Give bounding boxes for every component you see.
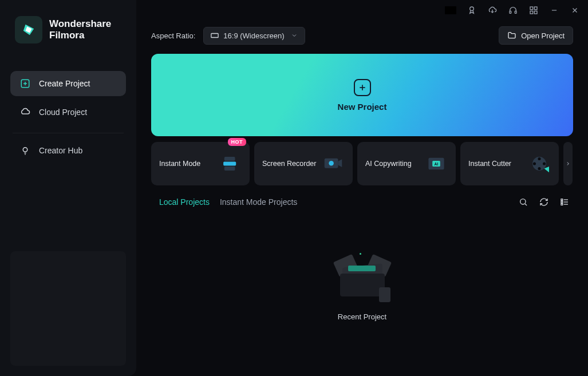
mode-cards-row: HOT Instant Mode Screen Recorder AI Copy… xyxy=(151,142,573,185)
sidebar-item-cloud-project[interactable]: Cloud Project xyxy=(10,100,126,125)
svg-rect-24 xyxy=(224,167,235,171)
brand-mark-icon xyxy=(15,16,42,43)
card-screen-recorder[interactable]: Screen Recorder xyxy=(254,142,353,185)
svg-point-5 xyxy=(23,148,27,152)
camera-icon xyxy=(322,152,345,175)
aspect-ratio-value: 16:9 (Widescreen) xyxy=(223,31,284,40)
lightbulb-icon xyxy=(19,145,31,156)
cloud-icon xyxy=(19,106,31,118)
svg-text:AI: AI xyxy=(435,162,439,166)
svg-rect-41 xyxy=(561,201,563,203)
sidebar-item-label: Creator Hub xyxy=(39,146,82,155)
new-project-button[interactable]: New Project xyxy=(151,54,573,136)
minimize-icon[interactable] xyxy=(549,5,559,15)
brand-name: Wondershare Filmora xyxy=(49,18,111,41)
apps-grid-icon[interactable] xyxy=(528,5,539,15)
sidebar-item-label: Cloud Project xyxy=(39,108,87,117)
search-icon[interactable] xyxy=(518,197,528,207)
folder-icon xyxy=(507,31,516,40)
sidebar-preview-panel xyxy=(10,251,126,366)
svg-point-8 xyxy=(470,7,474,11)
svg-rect-15 xyxy=(534,11,537,14)
tab-instant-mode-projects[interactable]: Instant Mode Projects xyxy=(220,197,297,207)
card-label: Instant Cutter xyxy=(468,160,511,168)
svg-point-37 xyxy=(520,199,526,204)
svg-line-38 xyxy=(525,204,527,205)
svg-rect-39 xyxy=(561,199,563,201)
refresh-icon[interactable] xyxy=(539,197,549,207)
app-root: Wondershare Filmora Create Project Cloud… xyxy=(0,0,588,376)
card-instant-mode[interactable]: HOT Instant Mode xyxy=(151,142,250,185)
svg-point-32 xyxy=(538,157,540,160)
svg-rect-19 xyxy=(211,34,218,38)
brand-line1: Wondershare xyxy=(49,18,111,30)
card-label: Screen Recorder xyxy=(262,160,317,168)
main-area: Aspect Ratio: 16:9 (Widescreen) Open Pr xyxy=(136,0,588,376)
award-icon[interactable] xyxy=(467,5,477,15)
sidebar-divider xyxy=(13,133,124,133)
plus-square-icon xyxy=(19,78,31,89)
empty-box-icon xyxy=(337,256,388,302)
chevron-down-icon xyxy=(291,32,298,39)
aspect-ratio-select[interactable]: 16:9 (Widescreen) xyxy=(203,27,305,45)
list-view-icon[interactable] xyxy=(559,197,570,207)
stack-icon xyxy=(219,152,242,175)
svg-rect-23 xyxy=(223,162,236,166)
sidebar-item-create-project[interactable]: Create Project xyxy=(10,71,126,96)
headphones-icon[interactable] xyxy=(508,5,518,15)
titlebar-spacer xyxy=(445,6,456,14)
chevron-right-icon xyxy=(565,161,571,167)
titlebar xyxy=(136,0,588,21)
card-label: Instant Mode xyxy=(159,160,200,168)
svg-point-34 xyxy=(538,167,540,170)
recent-projects-area: Recent Project xyxy=(151,213,573,365)
svg-rect-10 xyxy=(510,11,511,13)
cards-next-button[interactable] xyxy=(563,142,573,185)
svg-rect-13 xyxy=(534,7,537,10)
sidebar-footer xyxy=(10,251,126,366)
plus-icon xyxy=(354,79,371,96)
svg-rect-22 xyxy=(224,157,235,161)
new-project-label: New Project xyxy=(338,102,387,112)
ai-chip-icon: AI xyxy=(425,152,448,175)
aspect-ratio-label: Aspect Ratio: xyxy=(151,31,195,40)
card-label: AI Copywriting xyxy=(365,160,412,168)
svg-rect-14 xyxy=(530,11,533,14)
film-reel-icon xyxy=(528,152,551,175)
svg-point-27 xyxy=(329,161,334,166)
svg-rect-12 xyxy=(530,7,533,10)
close-icon[interactable] xyxy=(570,5,580,15)
svg-point-35 xyxy=(533,162,536,165)
tab-local-projects[interactable]: Local Projects xyxy=(159,197,210,207)
card-ai-copywriting[interactable]: AI Copywriting AI xyxy=(357,142,456,185)
cloud-download-icon[interactable] xyxy=(487,5,498,15)
open-project-button[interactable]: Open Project xyxy=(499,26,573,45)
sidebar: Wondershare Filmora Create Project Cloud… xyxy=(0,0,136,376)
hot-badge: HOT xyxy=(228,138,247,146)
open-project-label: Open Project xyxy=(521,31,565,40)
tab-actions xyxy=(518,197,573,207)
svg-point-33 xyxy=(543,162,546,165)
brand-logo: Wondershare Filmora xyxy=(10,16,126,43)
project-tabs: Local Projects Instant Mode Projects xyxy=(151,197,573,207)
svg-rect-11 xyxy=(515,11,516,13)
monitor-icon xyxy=(211,33,219,38)
card-instant-cutter[interactable]: Instant Cutter xyxy=(460,142,559,185)
svg-marker-26 xyxy=(338,159,342,167)
top-controls: Aspect Ratio: 16:9 (Widescreen) Open Pr xyxy=(151,26,573,45)
content: Aspect Ratio: 16:9 (Widescreen) Open Pr xyxy=(136,21,588,376)
recent-project-label: Recent Project xyxy=(338,312,386,321)
svg-rect-43 xyxy=(561,204,563,205)
sidebar-item-label: Create Project xyxy=(39,79,90,88)
sidebar-item-creator-hub[interactable]: Creator Hub xyxy=(10,138,126,163)
brand-line2: Filmora xyxy=(49,30,111,41)
